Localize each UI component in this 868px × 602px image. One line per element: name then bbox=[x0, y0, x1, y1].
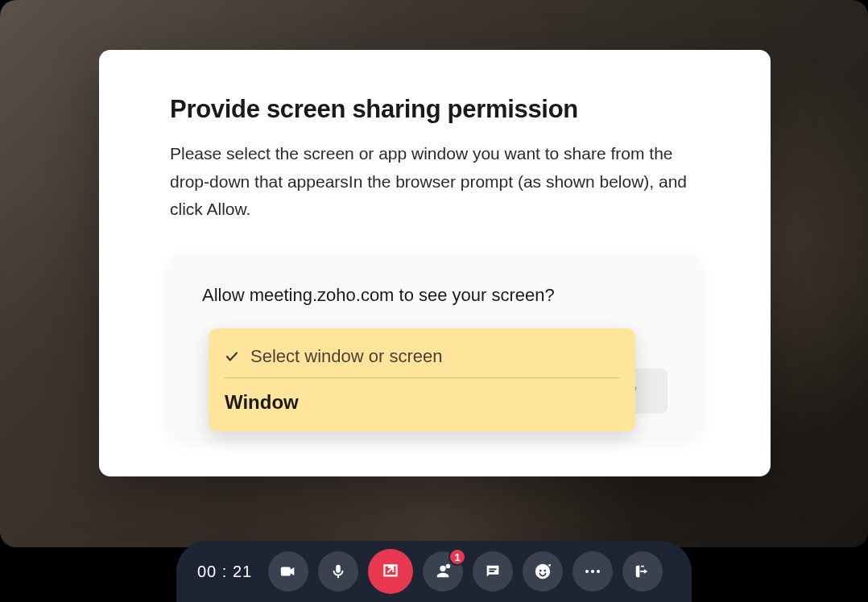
participants-button[interactable]: 1 bbox=[423, 551, 463, 592]
chat-icon bbox=[484, 563, 502, 580]
dropdown-item-window[interactable]: Window bbox=[209, 378, 635, 431]
check-icon bbox=[225, 349, 239, 364]
share-screen-button[interactable] bbox=[368, 549, 413, 594]
modal-description: Please select the screen or app window y… bbox=[170, 140, 700, 224]
microphone-icon bbox=[329, 563, 347, 580]
leave-icon bbox=[634, 563, 651, 580]
dropdown-label: Select window or screen bbox=[250, 346, 442, 367]
dropdown-header[interactable]: Select window or screen bbox=[209, 328, 635, 378]
microphone-button[interactable] bbox=[318, 551, 358, 592]
more-icon bbox=[585, 570, 600, 573]
modal-title: Provide screen sharing permission bbox=[170, 95, 700, 124]
participants-icon bbox=[434, 563, 452, 580]
browser-prompt-example: Allow meeting.zoho.com to see your scree… bbox=[170, 256, 700, 438]
call-timer: 00 : 21 bbox=[197, 563, 252, 581]
camera-button[interactable] bbox=[268, 551, 308, 592]
more-options-button[interactable] bbox=[572, 551, 613, 592]
reactions-button[interactable] bbox=[523, 551, 563, 592]
participants-badge: 1 bbox=[448, 548, 466, 566]
leave-button[interactable] bbox=[622, 551, 663, 592]
share-screen-icon bbox=[380, 561, 401, 582]
camera-icon bbox=[279, 563, 297, 580]
chat-button[interactable] bbox=[473, 551, 513, 592]
select-screen-dropdown[interactable]: Select window or screen Window bbox=[209, 328, 635, 431]
screen-share-permission-modal: Provide screen sharing permission Please… bbox=[99, 50, 771, 476]
raise-hand-icon bbox=[534, 563, 552, 580]
meeting-toolbar: 00 : 21 1 bbox=[176, 541, 692, 602]
prompt-question: Allow meeting.zoho.com to see your scree… bbox=[202, 285, 668, 306]
